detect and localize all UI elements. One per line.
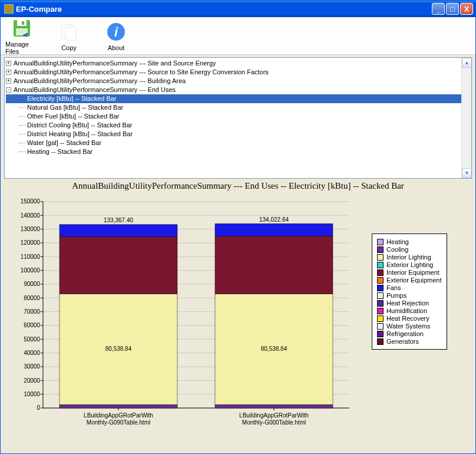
svg-text:60000: 60000 [24,322,40,328]
plus-icon[interactable]: + [6,61,11,66]
about-button[interactable]: i About [100,21,133,51]
close-button[interactable]: X [460,3,473,15]
swatch-icon [377,300,384,307]
svg-text:80000: 80000 [24,295,40,301]
copy-icon [58,21,80,43]
chart-plot: 0 10000 20000 30000 40000 50000 60000 70… [8,196,367,446]
bar-a [60,225,177,408]
swatch-icon [377,331,384,337]
legend-item: Exterior Equipment [377,277,442,284]
svg-rect-63 [215,404,333,408]
legend-item: Heat Recovery [377,315,442,322]
copy-button[interactable]: Copy [52,21,85,51]
scroll-up-icon[interactable]: ▲ [462,58,472,68]
tree-node-selected[interactable]: Electricity [kBtu] -- Stacked Bar [6,94,470,103]
swatch-icon [377,246,384,253]
chart-legend: Heating Cooling Interior Lighting Exteri… [372,233,447,350]
legend-item: Generators [377,338,442,345]
tree-node[interactable]: Other Fuel [kBtu] -- Stacked Bar [6,112,470,121]
app-window: EP-Compare _ □ X Manage Files [0,0,476,454]
tree-node[interactable]: District Cooling [kBtu] -- Stacked Bar [6,121,470,130]
svg-text:0: 0 [37,404,40,411]
scroll-down-icon[interactable]: ▼ [462,168,472,178]
tree-node[interactable]: District Heating [kBtu] -- Stacked Bar [6,130,470,139]
svg-text:50000: 50000 [24,336,40,343]
app-icon [4,4,14,14]
manage-files-button[interactable]: Manage Files [5,17,38,55]
legend-item: Exterior Lighting [377,261,442,268]
scrollbar[interactable]: ▲ ▼ [461,58,471,178]
swatch-icon [377,323,384,330]
svg-text:140000: 140000 [21,212,41,219]
tree-node-expanded[interactable]: -AnnualBuildingUtilityPerformanceSummary… [6,85,470,94]
legend-item: Pumps [377,292,442,299]
legend-item: Heating [377,238,442,245]
maximize-button[interactable]: □ [446,3,459,15]
tree-view[interactable]: +AnnualBuildingUtilityPerformanceSummary… [4,57,472,179]
legend-item: Cooling [377,246,442,253]
floppy-icon [11,17,33,40]
tree-node[interactable]: Water [gal] -- Stacked Bar [6,139,470,147]
svg-rect-59 [60,404,177,408]
svg-text:i: i [114,25,118,40]
legend-item: Interior Lighting [377,254,442,261]
copy-label: Copy [61,44,77,51]
svg-text:70000: 70000 [24,308,40,315]
svg-rect-5 [65,27,76,40]
svg-text:LBuildingAppGRotParWith: LBuildingAppGRotParWith [84,412,153,419]
plus-icon[interactable]: + [6,78,11,84]
legend-item: Fans [377,284,442,291]
about-label: About [108,44,125,51]
svg-rect-66 [215,223,333,236]
swatch-icon [377,239,384,245]
svg-text:133,367.40: 133,367.40 [104,217,133,223]
svg-rect-65 [215,236,333,294]
swatch-icon [377,292,384,299]
svg-text:110000: 110000 [21,254,41,260]
swatch-icon [377,308,384,314]
svg-text:10000: 10000 [24,391,40,397]
minus-icon[interactable]: - [6,87,11,93]
chart-panel: AnnualBuildingUtilityPerformanceSummary … [4,179,472,449]
content-area: +AnnualBuildingUtilityPerformanceSummary… [1,55,475,453]
toolbar: Manage Files Copy i About [1,17,475,55]
svg-text:150000: 150000 [21,198,41,205]
svg-rect-61 [60,236,177,294]
svg-text:Monthly-G000Table.html: Monthly-G000Table.html [242,419,306,426]
swatch-icon [377,269,384,276]
svg-text:20000: 20000 [24,377,40,384]
manage-files-label: Manage Files [5,41,38,55]
svg-text:130000: 130000 [21,226,41,232]
svg-rect-2 [22,21,24,25]
swatch-icon [377,285,384,291]
window-controls: _ □ X [432,3,473,15]
chart-title: AnnualBuildingUtilityPerformanceSummary … [4,179,472,193]
window-title: EP-Compare [16,5,432,14]
svg-text:30000: 30000 [24,363,40,370]
info-icon: i [105,21,127,43]
bar-b [215,223,333,408]
swatch-icon [377,254,384,261]
legend-item: Water Systems [377,323,442,330]
svg-text:134,022.64: 134,022.64 [259,216,289,223]
tree-node[interactable]: Natural Gas [kBtu] -- Stacked Bar [6,103,470,112]
tree-node[interactable]: +AnnualBuildingUtilityPerformanceSummary… [6,68,470,77]
svg-text:40000: 40000 [24,350,40,356]
svg-text:80,538.84: 80,538.84 [105,346,132,352]
tree-node[interactable]: Heating -- Stacked Bar [6,147,470,156]
plus-icon[interactable]: + [6,70,11,75]
legend-item: Refrigeration [377,330,442,337]
swatch-icon [377,277,384,284]
svg-text:LBuildingAppGRotParWith: LBuildingAppGRotParWith [239,412,309,419]
swatch-icon [377,338,384,345]
tree-node[interactable]: +AnnualBuildingUtilityPerformanceSummary… [6,77,470,85]
swatch-icon [377,262,384,268]
minimize-button[interactable]: _ [432,3,445,15]
svg-text:Monthly-G090Table.html: Monthly-G090Table.html [87,419,150,426]
svg-text:100000: 100000 [21,267,41,274]
legend-item: Humidification [377,307,442,314]
svg-rect-62 [60,225,177,237]
svg-text:90000: 90000 [24,281,40,287]
tree-node[interactable]: +AnnualBuildingUtilityPerformanceSummary… [6,59,470,68]
svg-text:120000: 120000 [21,239,41,246]
